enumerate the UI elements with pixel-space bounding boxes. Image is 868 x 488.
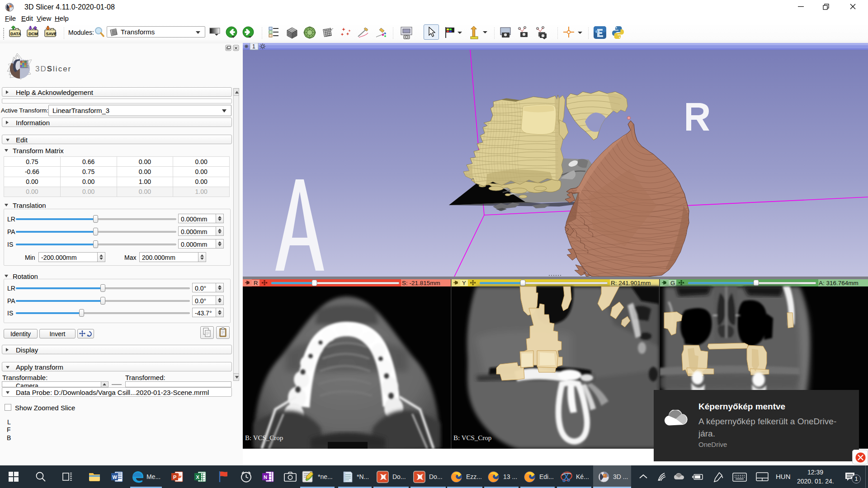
svg-text:A: 316.764mm: A: 316.764mm bbox=[819, 280, 859, 286]
svg-text:G: G bbox=[670, 280, 675, 286]
svg-text:1: 1 bbox=[252, 43, 255, 50]
svg-text:P: P bbox=[173, 474, 176, 480]
svg-text:R: R bbox=[254, 280, 258, 286]
svg-text:3DSlicer: 3DSlicer bbox=[35, 65, 71, 73]
svg-text:B: VCS_Crop: B: VCS_Crop bbox=[245, 434, 283, 441]
svg-text:W: W bbox=[113, 474, 118, 480]
svg-text:R: 241.901mm: R: 241.901mm bbox=[611, 280, 651, 286]
svg-text:SAVE: SAVE bbox=[46, 32, 57, 36]
svg-text:Y: Y bbox=[462, 280, 466, 286]
svg-text:DCM: DCM bbox=[28, 32, 38, 36]
svg-text:X: X bbox=[196, 474, 200, 480]
svg-text:DATA: DATA bbox=[10, 32, 21, 36]
svg-text:S: -21.815mm: S: -21.815mm bbox=[402, 280, 440, 286]
svg-text:N: N bbox=[264, 474, 267, 480]
svg-text:B: VCS_Crop: B: VCS_Crop bbox=[453, 434, 491, 441]
